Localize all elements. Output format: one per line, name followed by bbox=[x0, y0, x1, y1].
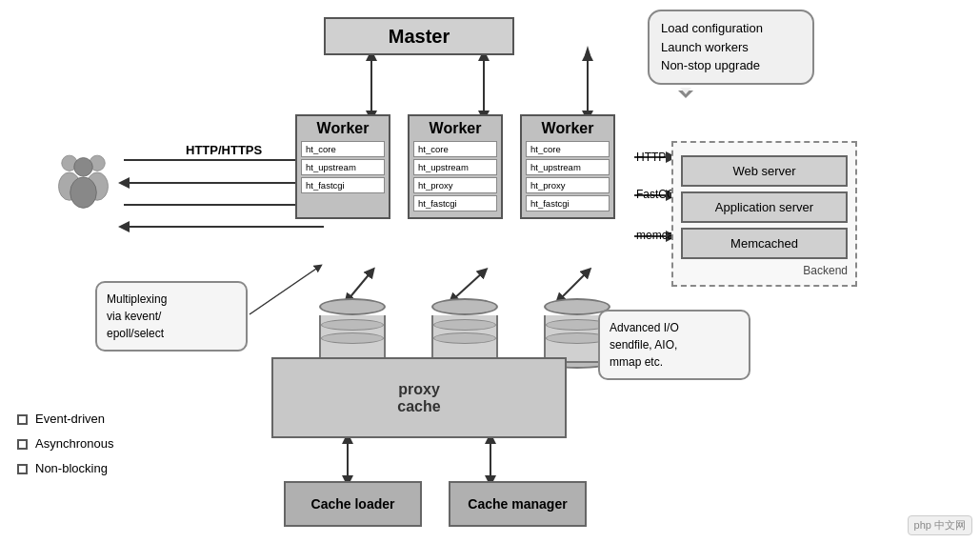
svg-point-33 bbox=[74, 158, 93, 177]
worker-box-2: Worker ht_core ht_upstream ht_proxy ht_f… bbox=[408, 114, 503, 219]
legend: Event-driven Asynchronous Non-blocking bbox=[17, 407, 113, 481]
proxy-cache-line1: proxy bbox=[398, 381, 440, 398]
backend-appserver: Application server bbox=[681, 191, 848, 223]
adv-io-callout: Advanced I/O sendfile, AIO, mmap etc. bbox=[598, 310, 750, 380]
cache-row: Cache loader Cache manager bbox=[284, 481, 587, 527]
worker-2-mod-1: ht_core bbox=[413, 141, 497, 157]
legend-item-async: Asynchronous bbox=[17, 432, 113, 456]
cyl-2-body bbox=[431, 315, 498, 363]
worker-1-title: Worker bbox=[301, 120, 385, 137]
worker-2-mod-3: ht_proxy bbox=[413, 177, 497, 193]
worker-3-mod-1: ht_core bbox=[526, 141, 610, 157]
cache-loader-label: Cache loader bbox=[311, 496, 395, 512]
php-logo-text: php 中文网 bbox=[914, 519, 966, 531]
worker-1-mod-1: ht_core bbox=[301, 141, 385, 157]
master-label: Master bbox=[389, 26, 450, 48]
svg-line-27 bbox=[250, 267, 319, 314]
worker-1-mod-2: ht_upstream bbox=[301, 159, 385, 175]
callout-line1: Load configuration bbox=[661, 21, 763, 35]
adv-io-line2: sendfile, AIO, bbox=[610, 338, 677, 352]
adv-io-line3: mmap etc. bbox=[610, 355, 663, 369]
people-icon bbox=[52, 148, 114, 210]
worker-1-mod-3: ht_fastcgi bbox=[301, 177, 385, 193]
svg-point-34 bbox=[70, 177, 97, 209]
cyl-1-top bbox=[319, 298, 386, 315]
http-conn-label: HTTP bbox=[636, 151, 666, 164]
master-box: Master bbox=[324, 17, 514, 55]
legend-label-3: Non-blocking bbox=[35, 456, 108, 481]
worker-box-1: Worker ht_core ht_upstream ht_fastcgi bbox=[295, 114, 390, 219]
adv-io-line1: Advanced I/O bbox=[610, 321, 679, 334]
multiplex-line3: epoll/select bbox=[107, 327, 164, 340]
diagram: Master Load configuration Launch workers… bbox=[0, 0, 980, 543]
worker-2-title: Worker bbox=[413, 120, 497, 137]
php-logo: php 中文网 bbox=[908, 515, 972, 535]
worker-box-3: Worker ht_core ht_upstream ht_proxy ht_f… bbox=[520, 114, 615, 219]
multiplex-line2: via kevent/ bbox=[107, 310, 161, 323]
worker-2-mod-4: ht_fastcgi bbox=[413, 195, 497, 211]
legend-square-2 bbox=[17, 439, 28, 450]
legend-item-event-driven: Event-driven bbox=[17, 407, 113, 432]
workers-area: Worker ht_core ht_upstream ht_fastcgi Wo… bbox=[295, 114, 615, 219]
legend-item-nonblocking: Non-blocking bbox=[17, 456, 113, 481]
backend-box: Web server Application server Memcached … bbox=[671, 141, 857, 287]
callout-topleft: Load configuration Launch workers Non-st… bbox=[648, 10, 814, 85]
proxy-cache-box: proxy cache bbox=[271, 357, 567, 438]
legend-square-1 bbox=[17, 414, 28, 425]
worker-2-mod-2: ht_upstream bbox=[413, 159, 497, 175]
backend-label: Backend bbox=[681, 264, 848, 277]
cache-manager-box: Cache manager bbox=[449, 481, 587, 527]
proxy-cache-line2: cache bbox=[397, 398, 440, 415]
worker-3-mod-2: ht_upstream bbox=[526, 159, 610, 175]
worker-3-mod-3: ht_proxy bbox=[526, 177, 610, 193]
cache-manager-label: Cache manager bbox=[468, 496, 567, 512]
multiplex-callout: Multiplexing via kevent/ epoll/select bbox=[95, 281, 248, 352]
legend-label-1: Event-driven bbox=[35, 407, 105, 432]
worker-3-title: Worker bbox=[526, 120, 610, 137]
svg-marker-6 bbox=[585, 46, 590, 55]
legend-square-3 bbox=[17, 464, 28, 474]
callout-line2: Launch workers bbox=[661, 40, 749, 54]
callout-line3: Non-stop upgrade bbox=[661, 58, 760, 72]
cyl-1-body bbox=[319, 315, 386, 363]
multiplex-line1: Multiplexing bbox=[107, 292, 167, 306]
cache-loader-box: Cache loader bbox=[284, 481, 422, 527]
backend-webserver: Web server bbox=[681, 155, 848, 187]
http-https-label: HTTP/HTTPS bbox=[186, 143, 262, 157]
legend-label-2: Asynchronous bbox=[35, 432, 113, 456]
worker-3-mod-4: ht_fastcgi bbox=[526, 195, 610, 211]
cyl-2-top bbox=[431, 298, 498, 315]
backend-memcached: Memcached bbox=[681, 228, 848, 259]
